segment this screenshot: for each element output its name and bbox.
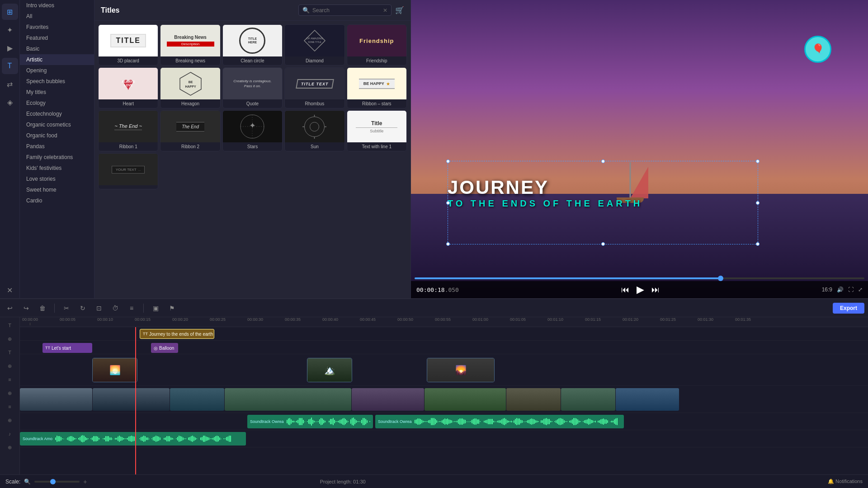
title-card-hexagon[interactable]: BE HAPPY Hexagon (160, 67, 220, 108)
title-card-sun[interactable]: Sun (284, 110, 344, 151)
category-intro-videos[interactable]: Intro videos (20, 0, 94, 11)
category-pandas[interactable]: Pandas (20, 141, 94, 152)
undo-button[interactable]: ↩ (4, 302, 16, 314)
title-card-breaking-news[interactable]: Breaking News Description Breaking news (160, 24, 220, 66)
category-cardio[interactable]: Cardio (20, 195, 94, 206)
title-card-quote[interactable]: Creativity is contagious.Pass it on. Quo… (222, 67, 283, 108)
progress-bar[interactable] (411, 277, 868, 279)
title-card-your-text[interactable]: YOUR TEXT ... (98, 153, 158, 189)
category-my-titles[interactable]: My titles (20, 87, 94, 98)
track-settings-2[interactable]: ⊕ (3, 333, 17, 345)
audio-clip-1[interactable]: Soundtrack Owrea document.write(Array.fr… (247, 415, 373, 428)
popout-icon[interactable]: ⤢ (858, 286, 863, 293)
floating-clip-3[interactable]: 🌄 (427, 358, 495, 382)
text-icon[interactable]: T (2, 58, 18, 74)
title-card-ribbon-stars[interactable]: BE HAPPY ★ Ribbon – stars (347, 67, 407, 108)
effects-icon[interactable]: ◈ (2, 94, 18, 110)
clip-lets-start[interactable]: TT Let's start (42, 343, 92, 353)
title-card-rhombus[interactable]: TITLE TEXT Rhombus (284, 67, 344, 108)
category-sweet-home[interactable]: Sweet home (20, 184, 94, 195)
title-card-friendship[interactable]: Friendship Friendship (347, 24, 407, 66)
scale-thumb[interactable] (50, 479, 56, 484)
title-card-diamond[interactable]: OF AMAZING SOME TITLE Diamond (284, 24, 344, 66)
track-settings-7[interactable]: ≡ (3, 400, 17, 413)
video-clip-4[interactable] (225, 388, 351, 411)
category-speech-bubbles[interactable]: Speech bubbles (20, 76, 94, 87)
clear-search-icon[interactable]: ✕ (383, 7, 387, 14)
video-clip-2[interactable] (93, 388, 170, 411)
category-kids-festivities[interactable]: Kids' festivities (20, 163, 94, 174)
monitor-button[interactable]: ▣ (149, 302, 162, 314)
category-family-celebrations[interactable]: Family celebrations (20, 152, 94, 163)
track-settings-9[interactable]: ♪ (3, 427, 17, 440)
play-button[interactable]: ▶ (637, 284, 644, 296)
audio-clip-3[interactable]: Soundtrack Amo document.write(Array.from… (20, 432, 246, 446)
video-clip-3[interactable] (170, 388, 224, 411)
redo-button[interactable]: ↪ (20, 302, 33, 314)
playhead[interactable] (135, 327, 136, 474)
track-settings-10[interactable]: ⊕ (3, 441, 17, 454)
menu-button[interactable]: ≡ (125, 302, 138, 314)
video-clip-9[interactable] (616, 388, 679, 411)
audio-clip-2[interactable]: Soundtrack Owrea document.write(Array.fr… (375, 415, 624, 428)
cart-icon[interactable]: 🛒 (395, 6, 404, 14)
scale-increase-icon[interactable]: + (83, 478, 87, 485)
title-card-clean-circle[interactable]: TITLEHERE Clean circle (222, 24, 283, 66)
title-card-text-line1[interactable]: Title Subtitle Text with line 1 (347, 110, 407, 151)
delete-button[interactable]: 🗑 (36, 302, 49, 314)
track-settings-3[interactable]: T (3, 346, 17, 359)
flag-button[interactable]: ⚑ (165, 302, 178, 314)
export-button-timeline[interactable]: Export (833, 303, 864, 314)
clip-balloon[interactable]: ◎ Balloon (151, 343, 178, 353)
video-clip-1[interactable] (20, 388, 92, 411)
track-settings-5[interactable]: ≡ (3, 373, 17, 386)
clip-journey[interactable]: TT Journey to the ends of the earth (140, 329, 214, 339)
crop-button[interactable]: ⊡ (93, 302, 105, 314)
track-settings-6[interactable]: ⊕ (3, 387, 17, 399)
clock-button[interactable]: ⏱ (109, 302, 122, 314)
skip-back-button[interactable]: ⏮ (621, 285, 629, 295)
volume-icon[interactable]: 🔊 (837, 286, 844, 293)
category-ecotechnology[interactable]: Ecotechnology (20, 108, 94, 119)
category-basic[interactable]: Basic (20, 43, 94, 54)
skip-forward-button[interactable]: ⏭ (651, 285, 660, 295)
category-featured[interactable]: Featured (20, 33, 94, 43)
notifications-button[interactable]: 🔔 Notifications (828, 479, 863, 484)
track-settings-4[interactable]: ⊕ (3, 360, 17, 372)
video-clip-7[interactable] (506, 388, 561, 411)
magic-icon[interactable]: ✦ (2, 22, 18, 38)
category-love-stories[interactable]: Love stories (20, 174, 94, 184)
video-clip-6[interactable] (425, 388, 506, 411)
title-card-heart[interactable]: ♥ ALWAYSLOVE Heart (98, 67, 158, 108)
floating-clip-2[interactable]: 🏔️ (307, 358, 352, 382)
category-opening[interactable]: Opening (20, 65, 94, 76)
media-icon[interactable]: ▶ (2, 40, 18, 56)
video-clip-8[interactable] (561, 388, 615, 411)
loop-button[interactable]: ↻ (76, 302, 89, 314)
transitions-icon[interactable]: ⇄ (2, 76, 18, 92)
category-ecology[interactable]: Ecology (20, 98, 94, 108)
close-icon[interactable]: ✕ (2, 282, 18, 298)
category-favorites[interactable]: Favorites (20, 22, 94, 33)
title-card-ribbon2[interactable]: The End Ribbon 2 (160, 110, 220, 151)
title-card-3d-placard[interactable]: TITLE 3D placard (98, 24, 158, 66)
video-clip-5[interactable] (352, 388, 424, 411)
title-card-ribbon1[interactable]: ~ The End ~ Ribbon 1 (98, 110, 158, 151)
scale-slider[interactable] (34, 481, 80, 483)
balloon-icon[interactable]: 🎈 (804, 36, 831, 63)
category-organic-food[interactable]: Organic food (20, 130, 94, 141)
floating-clip-1[interactable]: 🌅 (92, 358, 137, 382)
progress-thumb[interactable] (718, 276, 723, 281)
search-input[interactable] (312, 7, 380, 14)
track-settings-1[interactable]: T (3, 319, 17, 332)
scale-decrease-icon[interactable]: 🔍 (24, 479, 31, 485)
category-artistic[interactable]: Artistic (20, 54, 94, 65)
track-settings-8[interactable]: ⊕ (3, 414, 17, 427)
category-organic-cosmetics[interactable]: Organic cosmetics (20, 119, 94, 130)
title-card-stars[interactable]: ✦ Stars (222, 110, 283, 151)
category-all[interactable]: All (20, 11, 94, 22)
grid-icon[interactable]: ⊞ (2, 4, 18, 20)
cut-button[interactable]: ✂ (60, 302, 73, 314)
search-bar[interactable]: 🔍 ✕ (298, 5, 392, 16)
fullscreen-icon[interactable]: ⛶ (848, 286, 854, 293)
